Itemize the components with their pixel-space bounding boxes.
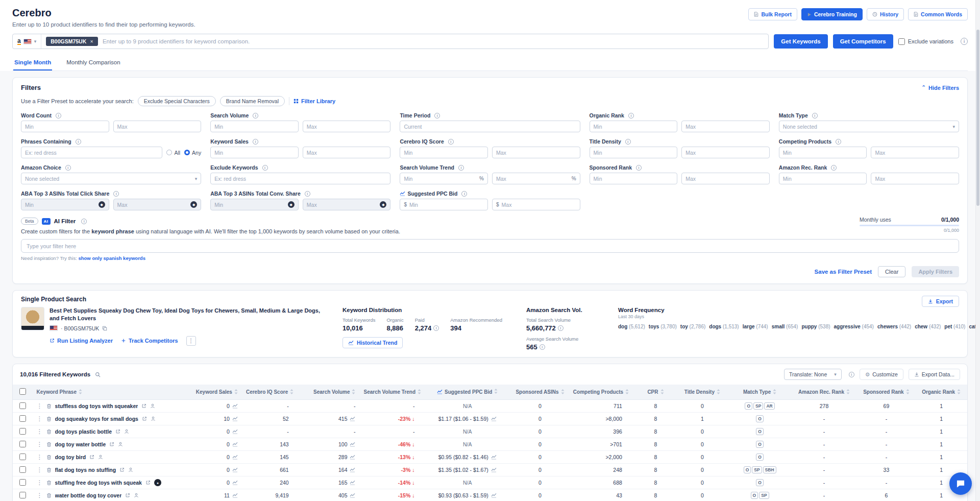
keyword-sales-min-input[interactable] bbox=[214, 150, 295, 156]
person-icon[interactable] bbox=[151, 416, 156, 421]
row-checkbox[interactable] bbox=[19, 428, 26, 435]
more-options-button[interactable]: ⋮ bbox=[186, 336, 196, 346]
sponsored-rank-min-input[interactable] bbox=[594, 176, 674, 182]
filter-library-button[interactable]: Filter Library bbox=[293, 98, 335, 104]
organic-rank-info-icon[interactable]: i bbox=[628, 113, 634, 118]
trend-chart-icon[interactable] bbox=[350, 416, 355, 421]
run-listing-analyzer-button[interactable]: Run Listing Analyzer bbox=[50, 338, 113, 344]
trend-chart-icon[interactable] bbox=[491, 493, 497, 498]
search-volume-trend-min-input[interactable] bbox=[404, 176, 477, 182]
trend-chart-icon[interactable] bbox=[232, 455, 238, 460]
title-density-min-input[interactable] bbox=[594, 150, 674, 156]
competing-products-max-input[interactable] bbox=[875, 150, 955, 156]
cerebro-iq-score-min-input[interactable] bbox=[404, 150, 484, 156]
scrollbar-thumb[interactable] bbox=[976, 30, 979, 206]
person-icon[interactable] bbox=[128, 467, 133, 472]
delete-keyword-icon[interactable] bbox=[46, 467, 52, 473]
word-count-info-icon[interactable]: i bbox=[56, 113, 61, 118]
search-volume-trend-info-icon[interactable]: i bbox=[458, 165, 464, 171]
common-words-button[interactable]: Common Words bbox=[908, 8, 968, 20]
row-checkbox[interactable] bbox=[19, 415, 26, 422]
history-button[interactable]: History bbox=[867, 8, 904, 20]
save-filter-preset-link[interactable]: Save as Filter Preset bbox=[815, 269, 872, 275]
column-header-cerebro-iq-score[interactable]: Cerebro IQ Score bbox=[242, 385, 300, 400]
column-header-keyword-sales[interactable]: Keyword Sales bbox=[181, 385, 242, 400]
ai-filter-info-icon[interactable]: i bbox=[81, 219, 87, 224]
sponsored-rank-max-input[interactable] bbox=[685, 176, 766, 182]
external-link-icon[interactable] bbox=[141, 403, 146, 409]
inspiration-link[interactable]: show only spanish keywords bbox=[78, 255, 145, 261]
external-link-icon[interactable] bbox=[109, 442, 114, 447]
trend-chart-icon[interactable] bbox=[232, 480, 238, 485]
remove-asin-icon[interactable]: ✕ bbox=[90, 39, 93, 44]
trend-chart-icon[interactable] bbox=[350, 455, 355, 460]
delete-keyword-icon[interactable] bbox=[46, 480, 52, 486]
row-menu-icon[interactable]: ⋮ bbox=[37, 441, 43, 448]
match-type-info-icon[interactable]: i bbox=[812, 113, 818, 118]
phrases-containing-any-radio[interactable]: Any bbox=[184, 150, 201, 156]
word-count-min-input[interactable] bbox=[25, 124, 105, 130]
column-header-sponsored-asins[interactable]: Sponsored ASINs bbox=[511, 385, 569, 400]
chat-button[interactable] bbox=[949, 472, 972, 495]
trend-chart-icon[interactable] bbox=[350, 467, 355, 472]
exclude-variations-checkbox[interactable]: Exclude variations bbox=[898, 38, 953, 45]
copy-asin-icon[interactable] bbox=[102, 326, 107, 331]
person-icon[interactable] bbox=[134, 493, 139, 498]
total-search-volume-info-icon[interactable]: i bbox=[558, 325, 564, 331]
customize-button[interactable]: ⚙ Customize bbox=[860, 369, 903, 380]
get-keywords-button[interactable]: Get Keywords bbox=[774, 34, 827, 49]
row-menu-icon[interactable]: ⋮ bbox=[37, 454, 43, 461]
external-link-icon[interactable] bbox=[115, 429, 120, 434]
trend-chart-icon[interactable] bbox=[232, 493, 238, 498]
word-count-max-input[interactable] bbox=[117, 124, 198, 130]
phrases-containing-all-radio[interactable]: All bbox=[166, 150, 180, 156]
clear-filters-button[interactable]: Clear bbox=[878, 266, 905, 277]
row-checkbox[interactable] bbox=[19, 479, 26, 486]
row-checkbox[interactable] bbox=[19, 454, 26, 460]
preset-chip-brand-name-removal[interactable]: Brand Name Removal bbox=[220, 96, 285, 106]
asin-chip[interactable]: B00GSM75UK ✕ bbox=[46, 37, 98, 46]
column-header-search-volume-trend[interactable]: Search Volume Trend bbox=[359, 385, 424, 400]
amazon-choice-select[interactable]: None selected▾ bbox=[21, 173, 201, 184]
column-header-organic-rank[interactable]: Organic Rank bbox=[915, 385, 967, 400]
title-density-max-input[interactable] bbox=[685, 150, 766, 156]
suggested-ppc-bid-max-input[interactable] bbox=[502, 202, 576, 208]
person-icon[interactable] bbox=[118, 442, 123, 447]
bulk-report-button[interactable]: Bulk Report bbox=[748, 8, 797, 20]
person-icon[interactable] bbox=[124, 429, 129, 434]
search-icon[interactable] bbox=[95, 372, 101, 377]
cerebro-iq-score-max-input[interactable] bbox=[496, 150, 576, 156]
suggested-ppc-bid-info-icon[interactable]: i bbox=[461, 191, 467, 197]
time-period-input[interactable] bbox=[404, 124, 576, 130]
historical-trend-button[interactable]: Historical Trend bbox=[342, 337, 403, 348]
aba-top-3-asins-total-click-share-info-icon[interactable]: i bbox=[113, 191, 119, 197]
row-menu-icon[interactable]: ⋮ bbox=[37, 428, 43, 435]
trend-chart-icon[interactable] bbox=[491, 455, 497, 460]
exclude-keywords-input[interactable] bbox=[214, 176, 386, 182]
keyword-sales-max-input[interactable] bbox=[307, 150, 387, 156]
trend-chart-icon[interactable] bbox=[232, 467, 238, 472]
row-checkbox[interactable] bbox=[19, 402, 26, 409]
title-density-info-icon[interactable]: i bbox=[625, 139, 631, 145]
export-data-button[interactable]: Export Data... bbox=[909, 369, 960, 380]
exclude-variations-input[interactable] bbox=[898, 38, 905, 45]
cerebro-training-button[interactable]: Cerebro Training bbox=[801, 8, 863, 20]
search-volume-min-input[interactable] bbox=[214, 124, 295, 130]
row-menu-icon[interactable]: ⋮ bbox=[37, 479, 43, 486]
amazon-rec-rank-info-icon[interactable]: i bbox=[831, 165, 837, 171]
column-header-title-density[interactable]: Title Density bbox=[676, 385, 729, 400]
row-checkbox[interactable] bbox=[19, 441, 26, 447]
export-button[interactable]: Export bbox=[922, 296, 959, 307]
delete-keyword-icon[interactable] bbox=[46, 429, 52, 435]
hide-filters-button[interactable]: ⌃ Hide Filters bbox=[921, 84, 959, 91]
get-competitors-button[interactable]: Get Competitors bbox=[833, 34, 893, 49]
preset-chip-exclude-special-characters[interactable]: Exclude Special Characters bbox=[138, 96, 216, 106]
exclude-keywords-info-icon[interactable]: i bbox=[262, 165, 268, 171]
trend-chart-icon[interactable] bbox=[350, 442, 355, 447]
person-icon[interactable] bbox=[98, 455, 103, 460]
column-header-search-volume[interactable]: Search Volume bbox=[300, 385, 360, 400]
external-link-icon[interactable] bbox=[89, 455, 94, 460]
delete-keyword-icon[interactable] bbox=[46, 442, 52, 447]
trend-chart-icon[interactable] bbox=[232, 442, 238, 447]
amazon-choice-info-icon[interactable]: i bbox=[65, 165, 71, 171]
